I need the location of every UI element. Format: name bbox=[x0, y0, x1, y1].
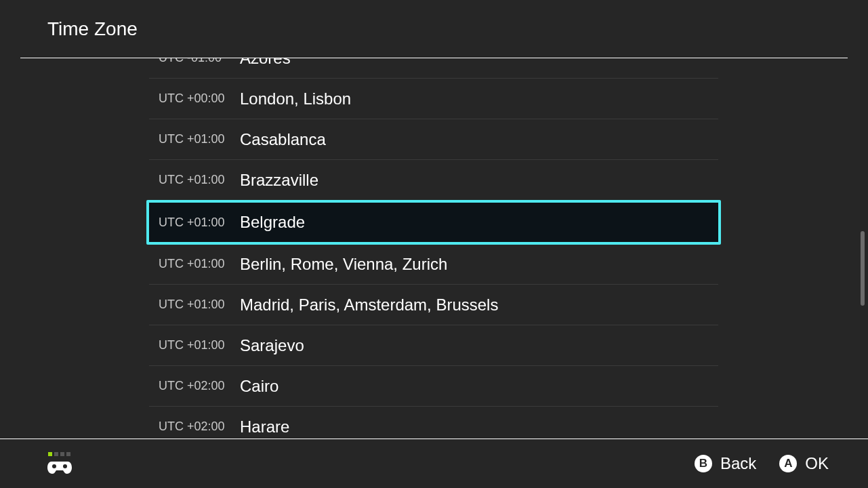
timezone-label: Madrid, Paris, Amsterdam, Brussels bbox=[240, 296, 498, 314]
utc-offset: UTC +02:00 bbox=[159, 420, 240, 434]
footer-actions: B Back A OK bbox=[695, 454, 829, 473]
timezone-label: Sarajevo bbox=[240, 336, 304, 355]
timezone-row[interactable]: UTC +01:00Brazzaville bbox=[149, 160, 718, 201]
timezone-row[interactable]: UTC +01:00Belgrade bbox=[146, 200, 721, 245]
svg-point-1 bbox=[63, 464, 67, 468]
utc-offset: UTC +01:00 bbox=[159, 298, 240, 312]
utc-offset: UTC +01:00 bbox=[159, 216, 240, 230]
timezone-row[interactable]: UTC +01:00Sarajevo bbox=[149, 325, 718, 366]
timezone-scroll-area: UTC -01:00AzoresUTC +00:00London, Lisbon… bbox=[0, 58, 868, 439]
timezone-label: Brazzaville bbox=[240, 171, 318, 190]
timezone-row[interactable]: UTC +01:00Madrid, Paris, Amsterdam, Brus… bbox=[149, 285, 718, 325]
timezone-label: Casablanca bbox=[240, 130, 326, 149]
ok-button[interactable]: A OK bbox=[779, 454, 829, 473]
player-pip bbox=[66, 452, 70, 456]
footer: B Back A OK bbox=[0, 439, 868, 487]
utc-offset: UTC +00:00 bbox=[159, 92, 240, 106]
player-pip bbox=[54, 452, 58, 456]
timezone-label: London, Lisbon bbox=[240, 89, 351, 108]
utc-offset: UTC +01:00 bbox=[159, 338, 240, 352]
utc-offset: UTC +01:00 bbox=[159, 257, 240, 271]
b-button-icon: B bbox=[695, 455, 712, 472]
timezone-row[interactable]: UTC +01:00Casablanca bbox=[149, 119, 718, 160]
utc-offset: UTC +01:00 bbox=[159, 173, 240, 187]
timezone-row[interactable]: UTC +01:00Berlin, Rome, Vienna, Zurich bbox=[149, 244, 718, 285]
player-pip bbox=[60, 452, 64, 456]
utc-offset: UTC +02:00 bbox=[159, 379, 240, 393]
controller-icon bbox=[46, 459, 73, 475]
timezone-label: Belgrade bbox=[240, 213, 305, 232]
timezone-list: UTC -01:00AzoresUTC +00:00London, Lisbon… bbox=[149, 58, 718, 439]
page-title: Time Zone bbox=[47, 18, 138, 40]
player-pip bbox=[48, 452, 52, 456]
header: Time Zone bbox=[20, 0, 848, 58]
scrollbar-thumb[interactable] bbox=[861, 231, 865, 306]
timezone-label: Harare bbox=[240, 418, 289, 436]
timezone-label: Berlin, Rome, Vienna, Zurich bbox=[240, 255, 447, 274]
timezone-row[interactable]: UTC +02:00Cairo bbox=[149, 366, 718, 407]
back-label: Back bbox=[720, 454, 756, 473]
timezone-label: Azores bbox=[240, 58, 291, 68]
a-button-icon: A bbox=[779, 455, 797, 472]
svg-point-0 bbox=[52, 464, 56, 468]
timezone-row[interactable]: UTC -01:00Azores bbox=[149, 58, 718, 79]
timezone-label: Cairo bbox=[240, 377, 278, 396]
utc-offset: UTC -01:00 bbox=[159, 58, 240, 65]
timezone-row[interactable]: UTC +00:00London, Lisbon bbox=[149, 79, 718, 119]
back-button[interactable]: B Back bbox=[695, 454, 756, 473]
utc-offset: UTC +01:00 bbox=[159, 132, 240, 146]
ok-label: OK bbox=[805, 454, 829, 473]
timezone-row[interactable]: UTC +02:00Harare bbox=[149, 407, 718, 439]
player-indicator bbox=[46, 452, 73, 475]
